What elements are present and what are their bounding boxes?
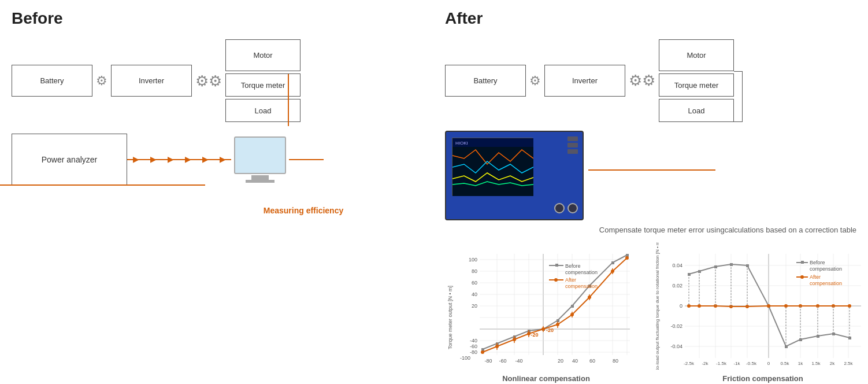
bottom-row: Power analyzer ▶▶▶▶▶▶: [12, 134, 422, 186]
svg-text:-0.02: -0.02: [670, 323, 682, 329]
svg-text:-2k: -2k: [702, 361, 709, 366]
svg-text:2k: 2k: [830, 361, 835, 366]
power-analyzer-box: Power analyzer: [12, 134, 127, 186]
svg-text:60: 60: [472, 280, 477, 286]
torque-box-right: Torque meter: [659, 73, 734, 97]
ctrl-btn-1: [567, 136, 578, 141]
knob-1: [554, 203, 565, 213]
svg-text:-0.04: -0.04: [670, 344, 682, 349]
svg-text:compensation: compensation: [810, 266, 842, 272]
svg-text:0: 0: [680, 303, 682, 309]
gear-icon-left: ⚙⚙: [195, 73, 222, 88]
instrument-screen: HIOKI: [452, 138, 533, 195]
motor-box-left: Motor: [225, 39, 301, 71]
svg-text:compensation: compensation: [565, 283, 598, 289]
svg-text:20: 20: [472, 303, 477, 309]
svg-text:After: After: [810, 274, 821, 280]
svg-rect-70: [555, 264, 558, 267]
svg-text:-20: -20: [531, 332, 538, 338]
battery-box-right: Battery: [445, 65, 526, 97]
monitor-base: [246, 180, 275, 183]
svg-text:1.5k: 1.5k: [811, 361, 821, 366]
svg-point-109: [767, 304, 770, 308]
svg-text:80: 80: [472, 268, 477, 274]
connector-icon-right: ⚙: [529, 73, 541, 88]
svg-text:-80: -80: [484, 358, 492, 364]
svg-text:20: 20: [558, 358, 563, 364]
svg-rect-143: [801, 261, 804, 264]
svg-text:0.02: 0.02: [672, 283, 682, 289]
vertical-line-1: [288, 74, 289, 126]
svg-text:-60: -60: [499, 358, 506, 364]
right-panel: After Battery ⚙ Inverter ⚙⚙: [433, 0, 868, 384]
after-title: After: [445, 9, 856, 28]
svg-text:-20: -20: [546, 327, 554, 333]
svg-point-74: [554, 278, 558, 282]
svg-text:2.5k: 2.5k: [844, 361, 853, 366]
svg-text:No-load output fluctuating tor: No-load output fluctuating torque due to…: [655, 242, 660, 370]
svg-text:-0.5k: -0.5k: [746, 361, 757, 366]
svg-text:0.04: 0.04: [672, 263, 682, 268]
motor-box-right: Motor: [659, 39, 734, 71]
svg-text:40: 40: [572, 358, 578, 364]
instrument-display: HIOKI: [452, 138, 533, 196]
line-right-monitor: [289, 159, 324, 160]
svg-text:40: 40: [472, 291, 477, 297]
nonlinear-chart: -80 -60 -40 -20 20 40 60 80 100 80 60 40…: [445, 242, 647, 384]
load-box-right: Load: [659, 99, 734, 122]
svg-text:0.5k: 0.5k: [780, 361, 789, 366]
friction-chart: 0.04 0.02 0 -0.02 -0.04 -2.5k -2k -1.5k …: [653, 242, 868, 384]
svg-rect-28: [571, 305, 574, 308]
battery-box-left: Battery: [12, 65, 92, 97]
nonlinear-title: Nonlinear compensation: [445, 374, 647, 383]
monitor-screen: [234, 136, 286, 174]
svg-text:Torque meter output [N • m]: Torque meter output [N • m]: [447, 286, 453, 349]
svg-text:After: After: [565, 277, 576, 283]
inverter-box-right: Inverter: [544, 65, 625, 97]
svg-text:-60: -60: [470, 344, 477, 349]
svg-text:-100: -100: [460, 355, 470, 361]
svg-rect-30: [611, 261, 614, 264]
instrument-area: Battery ⚙ Inverter ⚙⚙ Motor: [445, 39, 734, 220]
instrument-orange-line: [588, 169, 715, 171]
left-panel: Before Battery ⚙ Inverter ⚙⚙ Moto: [0, 0, 433, 384]
svg-text:-2.5k: -2.5k: [684, 361, 695, 366]
instrument-controls: [567, 136, 578, 154]
measuring-label: Measuring efficiency: [185, 206, 422, 215]
svg-point-32: [481, 350, 484, 354]
right-motor-stack: Motor Torque meter Load: [659, 39, 734, 122]
arrows-overlay: ▶▶▶▶▶▶: [127, 154, 231, 164]
svg-text:Before: Before: [810, 260, 825, 265]
svg-point-147: [800, 275, 804, 279]
hioki-instrument: HIOKI: [445, 131, 584, 220]
friction-svg: 0.04 0.02 0 -0.02 -0.04 -2.5k -2k -1.5k …: [653, 242, 868, 370]
arrow-line: ▶▶▶▶▶▶: [127, 159, 231, 160]
svg-text:-80: -80: [470, 349, 477, 355]
monitor-stand: [251, 175, 269, 180]
svg-text:Before: Before: [565, 263, 581, 269]
svg-text:HIOKI: HIOKI: [455, 141, 468, 146]
knob-2: [567, 203, 578, 213]
svg-text:60: 60: [589, 358, 595, 364]
after-top-row: Battery ⚙ Inverter ⚙⚙ Motor: [445, 39, 734, 122]
svg-text:80: 80: [613, 358, 618, 364]
ctrl-btn-2: [567, 143, 578, 147]
svg-text:compensation: compensation: [810, 280, 842, 286]
svg-text:-40: -40: [470, 338, 477, 344]
monitor-icon: [231, 136, 289, 183]
svg-text:-1k: -1k: [733, 361, 740, 366]
svg-text:1k: 1k: [798, 361, 803, 366]
load-box-left: Load: [225, 99, 301, 122]
svg-text:100: 100: [469, 257, 477, 263]
torque-box-left: Torque meter: [225, 73, 301, 97]
instrument-row: HIOKI: [445, 131, 734, 220]
svg-text:-1.5k: -1.5k: [716, 361, 727, 366]
charts-row: -80 -60 -40 -20 20 40 60 80 100 80 60 40…: [445, 242, 856, 384]
connector-icon-1: ⚙: [96, 73, 107, 88]
svg-point-41: [625, 256, 629, 260]
bracket: [734, 71, 743, 122]
compensation-desc: Compensate torque meter error usingcalcu…: [445, 225, 856, 235]
top-component-row: Battery ⚙ Inverter ⚙⚙ Motor Torque meter: [12, 39, 422, 122]
right-boxes-with-bracket: Motor Torque meter Load: [659, 39, 734, 122]
svg-text:compensation: compensation: [565, 269, 598, 275]
